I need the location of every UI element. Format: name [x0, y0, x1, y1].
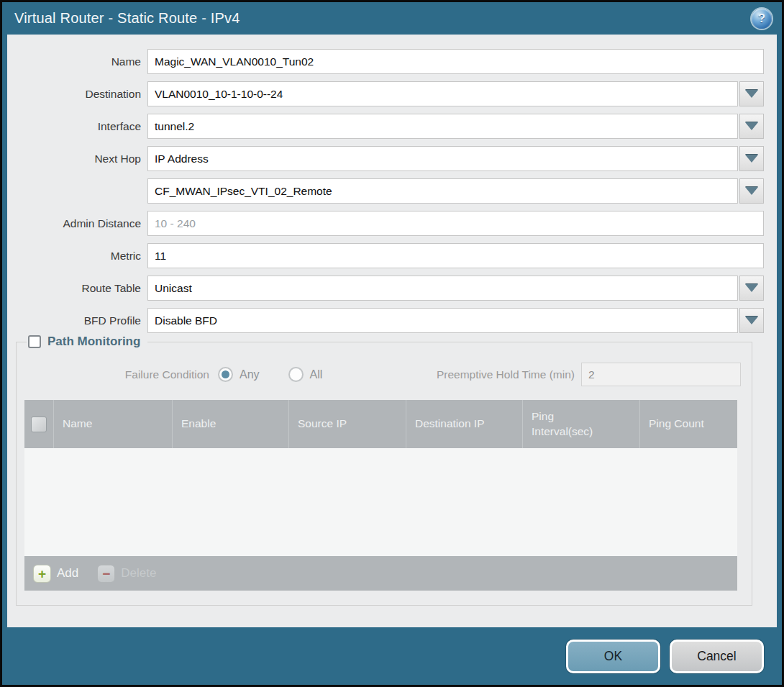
form-row-name: Name [7, 49, 764, 74]
path-monitoring-table: Name Enable Source IP Destination IP Pin… [24, 400, 737, 591]
next-hop-type-dropdown-button[interactable] [739, 146, 764, 171]
failure-condition-row: Failure Condition Any All Preemptive Hol… [17, 362, 752, 387]
interface-dropdown-button[interactable] [739, 114, 764, 139]
name-input[interactable] [147, 49, 764, 74]
column-header-source-ip: Source IP [288, 400, 406, 448]
form-row-bfd-profile: BFD Profile [7, 308, 764, 333]
delete-button-label: Delete [121, 566, 156, 581]
ok-button[interactable]: OK [566, 640, 660, 673]
column-header-ping-interval: Ping Interval(sec) [522, 400, 639, 448]
admin-distance-label: Admin Distance [7, 217, 147, 230]
table-header-row: Name Enable Source IP Destination IP Pin… [24, 400, 737, 448]
add-button-label: Add [57, 566, 78, 581]
failure-condition-label: Failure Condition [17, 368, 218, 381]
preemptive-hold-time-label: Preemptive Hold Time (min) [437, 368, 581, 381]
form-row-metric: Metric [7, 243, 764, 268]
form-row-next-hop: Next Hop [7, 146, 764, 171]
add-button[interactable]: + Add [33, 565, 78, 583]
column-header-name: Name [53, 400, 172, 448]
route-table-dropdown-button[interactable] [739, 276, 764, 301]
bfd-profile-label: BFD Profile [7, 314, 147, 327]
interface-label: Interface [7, 120, 147, 133]
chevron-down-icon [745, 317, 758, 324]
name-label: Name [7, 55, 147, 68]
add-plus-icon: + [33, 565, 51, 583]
path-monitoring-checkbox[interactable] [28, 335, 41, 348]
dialog-titlebar: Virtual Router - Static Route - IPv4 ? [2, 2, 782, 35]
select-all-checkbox[interactable] [31, 417, 47, 432]
delete-button[interactable]: − Delete [97, 565, 156, 583]
bfd-profile-dropdown-button[interactable] [739, 308, 764, 333]
form-row-interface: Interface [7, 114, 764, 139]
destination-dropdown-button[interactable] [739, 81, 764, 106]
route-table-label: Route Table [7, 282, 147, 295]
chevron-down-icon [745, 155, 758, 163]
failure-condition-all-label: All [310, 368, 323, 381]
delete-minus-icon: − [97, 565, 115, 583]
table-body-empty [24, 448, 737, 556]
dialog-title: Virtual Router - Static Route - IPv4 [14, 10, 240, 27]
question-mark-glyph: ? [758, 12, 765, 26]
dialog: Virtual Router - Static Route - IPv4 ? N… [2, 2, 782, 685]
screenshot-frame: Virtual Router - Static Route - IPv4 ? N… [0, 0, 784, 687]
cancel-button[interactable]: Cancel [670, 640, 764, 673]
failure-condition-all-radio[interactable] [288, 367, 304, 382]
failure-condition-any-label: Any [240, 368, 260, 381]
path-monitoring-legend: Path Monitoring [27, 335, 147, 349]
form-row-route-table: Route Table [7, 276, 764, 301]
next-hop-type-input[interactable] [147, 146, 738, 171]
form-row-admin-distance: Admin Distance [7, 211, 764, 236]
next-hop-label: Next Hop [7, 153, 147, 165]
chevron-down-icon [745, 187, 758, 195]
table-toolbar: + Add − Delete [24, 556, 737, 591]
dialog-body: Name Destination Interface [7, 35, 777, 627]
path-monitoring-title: Path Monitoring [47, 335, 140, 349]
help-icon[interactable]: ? [752, 9, 772, 29]
path-monitoring-section: Path Monitoring Failure Condition Any Al… [16, 342, 752, 606]
admin-distance-input[interactable] [147, 211, 764, 236]
form-row-destination: Destination [7, 81, 764, 106]
next-hop-address-input[interactable] [147, 178, 738, 204]
chevron-down-icon [745, 90, 758, 98]
bfd-profile-input[interactable] [147, 308, 738, 333]
dialog-footer: OK Cancel [2, 627, 782, 685]
failure-condition-any-radio[interactable] [218, 367, 233, 382]
preemptive-hold-time-input[interactable] [581, 363, 741, 386]
chevron-down-icon [745, 284, 758, 292]
route-table-input[interactable] [147, 276, 738, 301]
chevron-down-icon [745, 122, 758, 130]
column-header-enable: Enable [172, 400, 288, 448]
metric-input[interactable] [147, 243, 764, 268]
column-header-ping-count: Ping Count [639, 400, 737, 448]
metric-label: Metric [7, 250, 147, 263]
column-header-destination-ip: Destination IP [406, 400, 522, 448]
interface-input[interactable] [147, 114, 738, 139]
destination-label: Destination [7, 88, 147, 101]
form-row-next-hop-address [7, 178, 764, 204]
destination-input[interactable] [147, 81, 738, 106]
next-hop-address-dropdown-button[interactable] [739, 178, 764, 204]
